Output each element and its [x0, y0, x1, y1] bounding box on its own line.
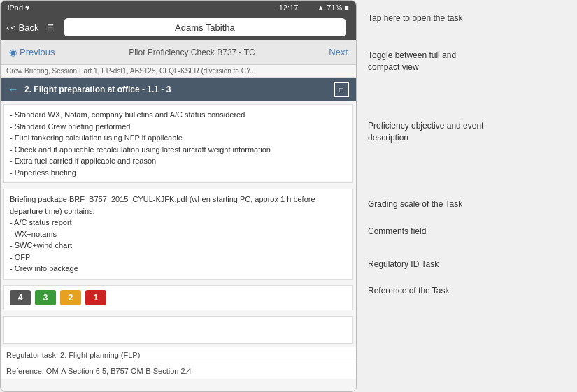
grade-2-button[interactable]: 2 — [60, 290, 81, 305]
annotation-grading: Grading scale of the Task — [368, 198, 462, 210]
nav-title: Adams Tabitha — [64, 18, 346, 36]
task-header: ← 2. Flight preparation at office - 1.1 … — [1, 78, 356, 101]
briefing-line-5: - Crew info package — [10, 263, 347, 275]
view-icon: □ — [339, 86, 343, 94]
status-bar: iPad ♥ 12:17 ▲ 71% ■ — [1, 1, 356, 15]
annotation-panel: Tap here to open the task Toggle between… — [357, 0, 577, 392]
back-label: < Back — [10, 22, 38, 33]
description-box: - Standard WX, Notam, company bulletins … — [3, 104, 353, 183]
view-toggle-button[interactable]: □ — [334, 82, 349, 97]
status-left: iPad ♥ — [8, 3, 30, 12]
annotation-proficiency: Proficiency objective and eventdescripti… — [368, 120, 483, 144]
nav-bar: ‹ < Back ≡ Adams Tabitha — [1, 15, 356, 40]
back-chevron-icon: ‹ — [6, 22, 9, 33]
briefing-line-2: - WX+notams — [10, 228, 347, 240]
annotation-reference: Reference of the Task — [368, 285, 450, 297]
hamburger-icon[interactable]: ≡ — [47, 21, 53, 34]
briefing-box: Briefing package BRF_B757_2015_CYUL-KJFK… — [3, 189, 353, 280]
desc-line-6: - Paperless briefing — [10, 167, 347, 179]
prev-circle-icon: ◉ — [9, 47, 17, 57]
reference-row: Reference: OM-A Section 6.5, B757 OM-B S… — [1, 363, 356, 379]
annotation-comments: Comments field — [368, 226, 426, 238]
breadcrumb: Crew Briefing, Session Part 1, EP-dst1, … — [1, 65, 356, 78]
annotation-regulatory: Regulatory ID Task — [368, 259, 439, 270]
task-arrow-icon: ← — [8, 83, 19, 96]
content-area: Crew Briefing, Session Part 1, EP-dst1, … — [1, 65, 356, 391]
next-button[interactable]: Next — [320, 47, 356, 57]
briefing-line-1: - A/C status report — [10, 217, 347, 228]
desc-line-2: - Standard Crew briefing performed — [10, 121, 347, 133]
task-header-title: 2. Flight preparation at office - 1.1 - … — [24, 85, 334, 94]
grade-3-button[interactable]: 3 — [35, 290, 56, 305]
grade-4-button[interactable]: 4 — [10, 290, 31, 305]
prev-label: Previous — [20, 47, 55, 57]
grade-1-button[interactable]: 1 — [85, 290, 106, 305]
desc-line-4: - Check and if applicable recalculation … — [10, 144, 347, 156]
regulatory-task: Regulator task: 2. Flight planning (FLP) — [1, 347, 356, 363]
briefing-line-4: - OFP — [10, 252, 347, 263]
ipad-frame: iPad ♥ 12:17 ▲ 71% ■ ‹ < Back ≡ Adams Ta… — [0, 0, 357, 392]
grading-row: 4 3 2 1 — [3, 285, 353, 310]
sub-nav: ◉ Previous Pilot Proficiency Check B737 … — [1, 40, 356, 65]
briefing-header: Briefing package BRF_B757_2015_CYUL-KJFK… — [10, 194, 347, 217]
desc-line-1: - Standard WX, Notam, company bulletins … — [10, 109, 347, 121]
status-right: ▲ 71% ■ — [317, 3, 349, 12]
annotation-tap-open: Tap here to open the task — [368, 13, 462, 24]
desc-line-5: - Extra fuel carried if applicable and r… — [10, 155, 347, 167]
ipad-label: iPad ♥ — [8, 3, 30, 12]
back-button[interactable]: ‹ < Back — [6, 22, 38, 33]
nav-title-text: Adams Tabitha — [175, 22, 235, 33]
status-time: 12:17 — [279, 3, 299, 12]
sub-nav-title: Pilot Proficiency Check B737 - TC — [64, 48, 321, 57]
annotation-toggle-view: Toggle between full andcompact view — [368, 50, 456, 73]
briefing-line-3: - SWC+wind chart — [10, 240, 347, 252]
comments-box[interactable] — [3, 316, 353, 344]
desc-line-3: - Fuel tankering calculation using NFP i… — [10, 132, 347, 144]
previous-button[interactable]: ◉ Previous — [1, 40, 64, 64]
